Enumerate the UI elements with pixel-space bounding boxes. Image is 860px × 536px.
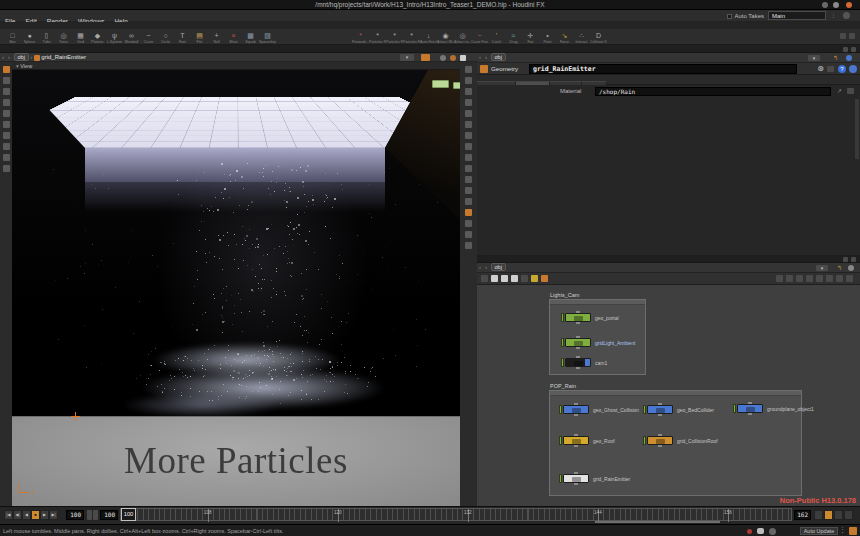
snapshot-icon[interactable] bbox=[465, 209, 472, 216]
node-name-field[interactable]: grid_RainEmitter bbox=[529, 64, 797, 74]
shelf-tool-fan[interactable]: ✛Fan bbox=[522, 31, 539, 44]
shelf-tool-curve[interactable]: ~Curve bbox=[140, 31, 157, 44]
zoom-sel-icon[interactable] bbox=[836, 275, 843, 282]
take-stepper[interactable]: ⋮ bbox=[831, 12, 836, 18]
network-box-lights-cam[interactable]: geo_portalgridLight_Ambientcam1 bbox=[549, 299, 646, 375]
shelf-tool-spaceship[interactable]: ▨Spaceship bbox=[259, 31, 276, 44]
node-display-flag[interactable] bbox=[559, 436, 562, 445]
net-dropdown-icon[interactable]: ▾ bbox=[816, 265, 828, 271]
hide-others-icon[interactable] bbox=[440, 55, 446, 61]
texture-icon[interactable] bbox=[465, 154, 472, 161]
forward-icon[interactable]: › bbox=[6, 54, 12, 60]
frame-dec-buttons[interactable] bbox=[93, 510, 98, 520]
view-operation-bar[interactable]: ▾ View bbox=[12, 62, 460, 70]
node-display-flag[interactable] bbox=[561, 313, 564, 322]
update-mode-select[interactable]: Auto Update bbox=[800, 527, 838, 535]
node-display-flag[interactable] bbox=[561, 358, 564, 367]
param-search-icon[interactable] bbox=[846, 55, 852, 61]
grid-snap-icon[interactable] bbox=[816, 275, 823, 282]
play-reverse-button[interactable]: ◀ bbox=[22, 510, 31, 520]
shelf-tool-sphere[interactable]: ●Sphere bbox=[21, 31, 38, 44]
node-display-flag[interactable] bbox=[643, 436, 646, 445]
help-icon[interactable]: ? bbox=[838, 65, 846, 73]
perspective-view-icon[interactable] bbox=[465, 77, 472, 84]
shelf-tool-force[interactable]: ↘Force bbox=[556, 31, 573, 44]
param-forward-icon[interactable]: › bbox=[483, 54, 489, 60]
shelf-tool-platonic[interactable]: ◆Platonic bbox=[89, 31, 106, 44]
points-icon[interactable] bbox=[465, 176, 472, 183]
timeline-scrollbar[interactable] bbox=[595, 521, 720, 523]
notification-icon[interactable] bbox=[843, 12, 850, 19]
frame-inc-buttons[interactable] bbox=[87, 510, 92, 520]
shelf-tool-metaball[interactable]: ∞Metaball bbox=[123, 31, 140, 44]
error-badge[interactable] bbox=[747, 529, 752, 534]
net-forward-icon[interactable]: › bbox=[483, 264, 489, 270]
select-tool-icon[interactable] bbox=[3, 77, 10, 84]
stop-button[interactable]: ■ bbox=[31, 510, 40, 520]
parameter-scrollbar[interactable] bbox=[855, 99, 859, 159]
shelf-tool-attract-wi[interactable]: ◉Attract Wi... bbox=[437, 31, 454, 44]
footprint-flag-icon[interactable] bbox=[511, 275, 518, 282]
step-options-button[interactable] bbox=[834, 510, 843, 520]
node-display-flag[interactable] bbox=[733, 404, 736, 413]
path-dropdown-icon[interactable]: ▾ bbox=[400, 54, 414, 61]
net-search-icon[interactable] bbox=[848, 265, 854, 271]
shelf-tool-grid[interactable]: ▦Grid bbox=[72, 31, 89, 44]
net-pane-max-icon[interactable] bbox=[843, 257, 848, 262]
shelf-expand-icon[interactable] bbox=[849, 33, 855, 39]
path-context[interactable]: obj bbox=[14, 53, 29, 61]
scale-tool-icon[interactable] bbox=[3, 110, 10, 117]
go-end-button[interactable]: ▶| bbox=[49, 510, 58, 520]
memory-icon[interactable] bbox=[849, 527, 857, 535]
pane-max-icon[interactable] bbox=[843, 47, 848, 52]
node-display-flag[interactable] bbox=[559, 474, 562, 483]
shelf-tool-circle[interactable]: ○Circle bbox=[157, 31, 174, 44]
material-field[interactable]: /shop/Rain bbox=[595, 87, 831, 96]
maximize-button[interactable] bbox=[833, 2, 839, 8]
normals-icon[interactable] bbox=[465, 165, 472, 172]
pin-icon[interactable] bbox=[421, 54, 430, 61]
smooth-shade-icon[interactable] bbox=[465, 143, 472, 150]
paint-tool-icon[interactable] bbox=[3, 154, 10, 161]
shelf-tool-blast[interactable]: ×Blast bbox=[225, 31, 242, 44]
shelf-tool-torus[interactable]: ◎Torus bbox=[55, 31, 72, 44]
view-tool-icon[interactable] bbox=[3, 66, 10, 73]
layout-icon[interactable] bbox=[806, 275, 813, 282]
material-picker-icon[interactable] bbox=[847, 88, 854, 94]
go-start-button[interactable]: |◀ bbox=[4, 510, 13, 520]
headlight-icon[interactable] bbox=[465, 110, 472, 117]
playhead[interactable]: 100 bbox=[121, 508, 136, 521]
shelf-tool-font[interactable]: TFont bbox=[174, 31, 191, 44]
net-pane-split-icon[interactable] bbox=[851, 257, 856, 262]
shelf-tool-collision-d[interactable]: DCollision D... bbox=[590, 31, 607, 44]
field-guide-icon[interactable] bbox=[465, 220, 472, 227]
shading-mode-icon[interactable] bbox=[465, 121, 472, 128]
shelf-tool-tube[interactable]: ▯Tube bbox=[38, 31, 55, 44]
pane-split-icon[interactable] bbox=[851, 47, 856, 52]
shelf-tool-drag[interactable]: ≈Drag bbox=[505, 31, 522, 44]
pose-tool-icon[interactable] bbox=[3, 121, 10, 128]
node-display-flag[interactable] bbox=[559, 405, 562, 414]
align-icon[interactable] bbox=[786, 275, 793, 282]
network-box-pop-rain[interactable]: geo_Ghost_Collisiongeo_BedColliderground… bbox=[549, 390, 802, 496]
shelf-tool-squab[interactable]: ▩Squab bbox=[242, 31, 259, 44]
range-start-field[interactable]: 100 bbox=[100, 510, 118, 520]
badge-yellow-icon[interactable] bbox=[531, 275, 538, 282]
mask-icon[interactable] bbox=[465, 231, 472, 238]
ortho-view-icon[interactable] bbox=[465, 88, 472, 95]
language-icon[interactable] bbox=[849, 65, 857, 73]
timeline-ruler[interactable]: 100 108120132144156 bbox=[120, 508, 792, 521]
shelf-tool-point[interactable]: •Point bbox=[539, 31, 556, 44]
sculpt-tool-icon[interactable] bbox=[3, 165, 10, 172]
display-options-icon[interactable] bbox=[465, 66, 472, 73]
close-button[interactable] bbox=[846, 2, 852, 8]
compare-icon[interactable] bbox=[827, 66, 834, 72]
view-lock-icon[interactable] bbox=[465, 242, 472, 249]
ghost-icon[interactable] bbox=[450, 55, 456, 61]
display-icon[interactable] bbox=[460, 55, 466, 61]
badge-orange-icon[interactable] bbox=[541, 275, 548, 282]
shelf-tool-attract-to[interactable]: ◎Attract to... bbox=[454, 31, 471, 44]
play-button[interactable]: ▶ bbox=[40, 510, 49, 520]
undo-layout-icon[interactable] bbox=[796, 275, 803, 282]
playbar-options-button[interactable] bbox=[844, 510, 853, 520]
